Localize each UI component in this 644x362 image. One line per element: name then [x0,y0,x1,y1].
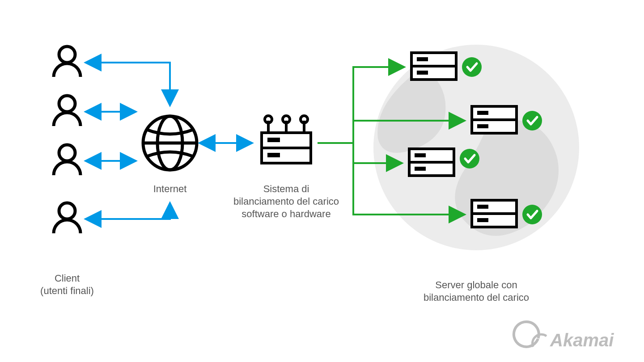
clients-label-1: Client [55,273,80,284]
user-icon [54,46,80,77]
globe-icon [143,116,197,170]
user-icon [54,203,80,233]
lb-label-2: bilanciamento del carico [233,196,339,207]
user-icon [54,145,80,175]
servers-label-1: Server globale con [435,279,517,290]
check-circle-icon [462,57,482,77]
check-circle-icon [522,205,542,224]
clients-label-2: (utenti finali) [40,285,94,296]
brand-logo: Akamai [510,318,614,350]
lb-label-3: software o hardware [242,208,330,219]
server-icon [472,106,517,133]
brand-text: Akamai [550,330,614,350]
client-internet-arrows [87,63,250,219]
server-icon [472,200,517,227]
lb-label-1: Sistema di [263,183,309,194]
load-balancer-icon [262,116,311,163]
check-circle-icon [460,149,479,168]
user-icon [54,96,80,126]
clients-group [54,46,80,233]
server-icon [409,149,454,176]
internet-label: Internet [153,183,187,194]
server-icon [411,53,456,80]
check-circle-icon [522,111,542,130]
servers-label-2: bilanciamento del carico [424,292,529,303]
